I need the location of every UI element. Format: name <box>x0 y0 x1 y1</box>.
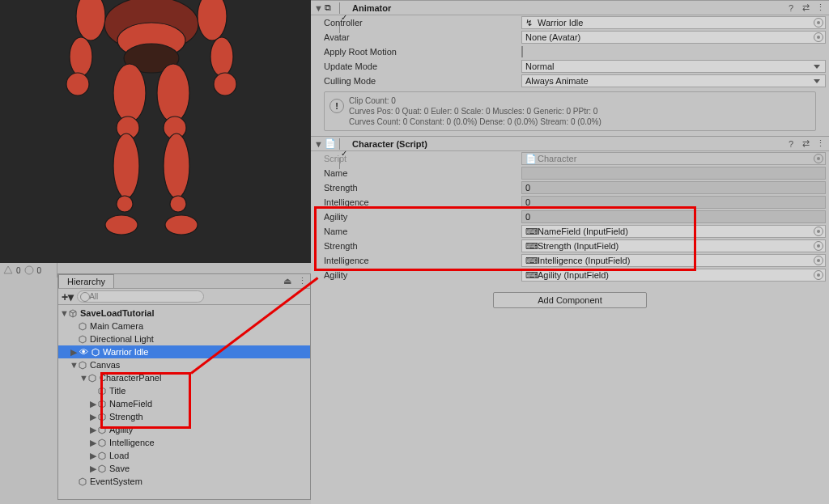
strength-label: Strength <box>324 183 521 193</box>
intelligence-label: Intelligence <box>324 197 521 207</box>
help-icon[interactable]: ? <box>785 2 797 14</box>
enable-checkbox[interactable] <box>339 139 349 149</box>
svg-point-4 <box>76 0 105 40</box>
svg-point-10 <box>113 64 146 122</box>
hierarchy-item-main-camera[interactable]: Main Camera <box>58 320 310 332</box>
component-header-character[interactable]: ▼ 📄 Character (Script) ? ⇄ ⋮ <box>311 137 829 151</box>
preset-icon[interactable]: ⇄ <box>800 2 811 14</box>
svg-point-17 <box>164 133 189 198</box>
update-mode-dropdown[interactable]: Normal <box>521 60 826 73</box>
hierarchy-item-title[interactable]: Title <box>58 384 310 397</box>
component-header-animator[interactable]: ▼ ⧉ Animator ? ⇄ ⋮ <box>311 1 829 15</box>
object-picker-icon[interactable] <box>814 227 823 236</box>
component-animator: ▼ ⧉ Animator ? ⇄ ⋮ Controller ↯Warrior I… <box>311 0 829 131</box>
avatar-label: Avatar <box>324 32 521 42</box>
context-menu-icon[interactable]: ⋮ <box>814 2 826 14</box>
ui-agility-label: Agility <box>324 270 521 280</box>
hierarchy-item-event-system[interactable]: EventSystem <box>58 475 310 488</box>
culling-mode-dropdown[interactable]: Always Animate <box>521 74 826 87</box>
animator-info-box: ! Clip Count: 0 Curves Pos: 0 Quat: 0 Eu… <box>324 91 816 131</box>
error-count: 0 <box>37 266 42 275</box>
ui-strength-label: Strength <box>324 241 521 251</box>
svg-point-20 <box>25 266 33 274</box>
hierarchy-item-name-field[interactable]: ▶NameField <box>58 397 310 410</box>
hierarchy-item-agility[interactable]: ▶Agility <box>58 423 310 436</box>
svg-point-8 <box>210 37 233 76</box>
foldout-icon[interactable]: ▼ <box>314 139 321 149</box>
update-mode-label: Update Mode <box>324 61 521 71</box>
controller-label: Controller <box>324 18 521 28</box>
hierarchy-item-save[interactable]: ▶Save <box>58 462 310 475</box>
ui-agility-field[interactable]: ⌨Agility (InputField) <box>521 269 826 282</box>
create-dropdown[interactable]: +▾ <box>62 290 74 303</box>
svg-point-7 <box>198 0 227 40</box>
hierarchy-item-character-panel[interactable]: ▼CharacterPanel <box>58 371 310 384</box>
animator-icon: ⧉ <box>325 2 336 14</box>
panel-menu-icon[interactable]: ⋮ <box>295 275 308 288</box>
agility-input[interactable]: 0 <box>521 210 826 223</box>
script-field: 📄Character <box>521 152 826 165</box>
svg-point-18 <box>170 196 186 212</box>
hierarchy-tree: ▼ SaveLoadTutorial Main Camera Direction… <box>58 305 310 489</box>
ui-name-label: Name <box>324 227 521 236</box>
context-menu-icon[interactable]: ⋮ <box>814 138 826 150</box>
avatar-field[interactable]: None (Avatar) <box>521 31 826 44</box>
hierarchy-item-warrior-idle[interactable]: ▶👁Warrior Idle <box>58 345 310 358</box>
ui-strength-field[interactable]: ⌨Strength (InputField) <box>521 239 826 252</box>
apply-root-motion-checkbox[interactable] <box>521 46 523 57</box>
error-icon <box>24 265 34 275</box>
panel-lock-icon[interactable]: ⏏ <box>281 275 294 288</box>
ui-name-field[interactable]: ⌨NameField (InputField) <box>521 225 826 238</box>
name-label: Name <box>324 168 521 178</box>
svg-point-13 <box>117 196 133 212</box>
agility-label: Agility <box>324 212 521 222</box>
object-picker-icon <box>814 154 823 163</box>
object-picker-icon[interactable] <box>814 18 823 28</box>
help-icon[interactable]: ? <box>785 138 797 150</box>
component-character: ▼ 📄 Character (Script) ? ⇄ ⋮ Script 📄Cha… <box>311 136 829 282</box>
object-picker-icon[interactable] <box>814 241 823 251</box>
svg-point-15 <box>157 64 189 122</box>
apply-root-motion-label: Apply Root Motion <box>324 47 521 57</box>
preset-icon[interactable]: ⇄ <box>800 138 811 150</box>
controller-field[interactable]: ↯Warrior Idle <box>521 16 826 29</box>
info-icon: ! <box>329 99 344 113</box>
hierarchy-search[interactable] <box>77 290 307 303</box>
warning-icon <box>3 265 13 275</box>
svg-point-14 <box>105 215 138 235</box>
svg-point-19 <box>165 215 198 235</box>
object-picker-icon[interactable] <box>814 256 823 265</box>
scene-row[interactable]: ▼ SaveLoadTutorial <box>58 307 310 320</box>
warning-count: 0 <box>16 266 21 275</box>
hierarchy-panel: Hierarchy ⏏ ⋮ +▾ ▼ SaveLoadTutorial Main… <box>57 273 311 500</box>
scene-viewport[interactable] <box>0 0 311 263</box>
hierarchy-item-intelligence[interactable]: ▶Intelligence <box>58 436 310 449</box>
culling-mode-label: Culling Mode <box>324 76 521 86</box>
hierarchy-item-canvas[interactable]: ▼Canvas <box>58 358 310 371</box>
object-picker-icon[interactable] <box>814 32 823 42</box>
object-picker-icon[interactable] <box>814 270 823 280</box>
foldout-icon[interactable]: ▼ <box>314 3 321 13</box>
script-label: Script <box>324 154 521 163</box>
name-input[interactable] <box>521 167 826 180</box>
svg-point-6 <box>66 73 89 95</box>
hierarchy-item-directional-light[interactable]: Directional Light <box>58 332 310 345</box>
hierarchy-item-strength[interactable]: ▶Strength <box>58 410 310 423</box>
intelligence-input[interactable]: 0 <box>521 196 826 209</box>
svg-point-9 <box>214 73 236 95</box>
strength-input[interactable]: 0 <box>521 181 826 194</box>
tab-hierarchy[interactable]: Hierarchy <box>58 274 114 288</box>
svg-point-5 <box>70 37 92 76</box>
enable-checkbox[interactable] <box>339 3 349 13</box>
script-icon: 📄 <box>325 138 336 150</box>
status-bar: 0 0 <box>0 263 57 277</box>
ui-intelligence-label: Intelligence <box>324 256 521 265</box>
hierarchy-item-load[interactable]: ▶Load <box>58 449 310 462</box>
svg-point-12 <box>113 133 139 198</box>
inspector-panel: ▼ ⧉ Animator ? ⇄ ⋮ Controller ↯Warrior I… <box>311 0 829 504</box>
ui-intelligence-field[interactable]: ⌨Intelligence (InputField) <box>521 254 826 267</box>
add-component-button[interactable]: Add Component <box>493 292 647 308</box>
